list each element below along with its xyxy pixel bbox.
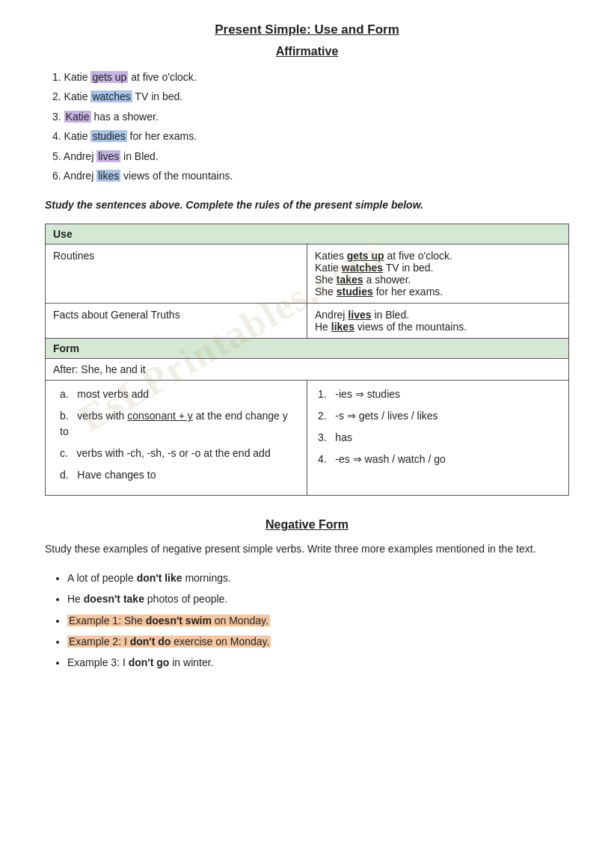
form-rule-3: 3. has (318, 430, 558, 446)
highlight-6: likes (96, 170, 120, 182)
dont-go: don't go (129, 656, 170, 668)
form-rule-2: 2. -s ⇒ gets / lives / likes (318, 408, 558, 424)
form-rule-4: 4. -es ⇒ wash / watch / go (318, 452, 558, 467)
routines-content: Katies gets up at five o'clock. Katie wa… (307, 244, 569, 304)
dont-like: don't like (137, 572, 182, 584)
sentence-4: 4. Katie studies for her exams. (52, 128, 569, 144)
doesnt-take: doesn't take (84, 593, 144, 605)
doesnt-swim: doesn't swim (146, 615, 212, 627)
negative-item-5: Example 3: I don't go in winter. (67, 654, 569, 671)
sentence-1: 1. Katie gets up at five o'clock. (52, 69, 569, 85)
dont-do: don't do (130, 635, 171, 647)
negative-item-1: A lot of people don't like mornings. (67, 570, 569, 586)
negative-item-2: He doesn't take photos of people. (67, 591, 569, 607)
lives: lives (348, 309, 371, 321)
studies: studies (337, 286, 373, 298)
consonant-y: consonant + y (127, 410, 193, 422)
affirmative-title: Affirmative (45, 45, 569, 58)
study-instruction: Study the sentences above. Complete the … (45, 197, 569, 213)
highlight-1: gets up (90, 71, 128, 83)
after-she-row: After: She, he and it (46, 359, 569, 381)
sentence-2: 2. Katie watches TV in bed. (52, 88, 569, 105)
negative-title: Negative Form (45, 518, 569, 532)
form-item-b: b. verbs with consonant + y at the end c… (56, 408, 296, 440)
use-header: Use (46, 224, 569, 244)
highlight-4: studies (90, 130, 126, 142)
sentence-6: 6. Andrej likes views of the mountains. (52, 167, 569, 184)
form-item-c: c. verbs with -ch, -sh, -s or -o at the … (56, 446, 296, 461)
use-table: Use Routines Katies gets up at five o'cl… (45, 224, 569, 496)
takes: takes (337, 274, 363, 286)
form-header: Form (46, 339, 569, 359)
affirmative-sentences: 1. Katie gets up at five o'clock. 2. Kat… (45, 69, 569, 184)
page-title: Present Simple: Use and Form (45, 22, 569, 37)
form-right-col: 1. -ies ⇒ studies 2. -s ⇒ gets / lives /… (307, 381, 569, 496)
example1-highlight: Example 1: She doesn't swim on Monday. (67, 615, 270, 627)
sentence-3: 3. Katie has a shower. (52, 108, 569, 125)
facts-content: Andrej lives in Bled. He likes views of … (307, 304, 569, 339)
form-right-list: 1. -ies ⇒ studies 2. -s ⇒ gets / lives /… (318, 387, 558, 467)
highlight-2: watches (90, 90, 132, 102)
form-left-list: a. most verbs add b. verbs with consonan… (56, 387, 296, 483)
watches: watches (342, 262, 383, 274)
highlight-5: lives (96, 150, 120, 162)
routines-label: Routines (46, 244, 307, 304)
negative-item-3: Example 1: She doesn't swim on Monday. (67, 612, 569, 629)
gets-up: gets up (347, 250, 384, 262)
form-rule-1: 1. -ies ⇒ studies (318, 387, 558, 402)
sentence-5: 5. Andrej lives in Bled. (52, 148, 569, 164)
negative-item-4: Example 2: I don't do exercise on Monday… (67, 633, 569, 650)
highlight-3: Katie (64, 111, 91, 123)
likes: likes (331, 321, 354, 333)
negative-examples-list: A lot of people don't like mornings. He … (45, 570, 569, 671)
example2-highlight: Example 2: I don't do exercise on Monday… (67, 635, 271, 647)
form-left-col: a. most verbs add b. verbs with consonan… (46, 381, 307, 496)
facts-label: Facts about General Truths (46, 304, 307, 339)
form-item-a: a. most verbs add (56, 387, 296, 402)
form-item-d: d. Have changes to (56, 467, 296, 483)
negative-instruction: Study these examples of negative present… (45, 541, 569, 557)
